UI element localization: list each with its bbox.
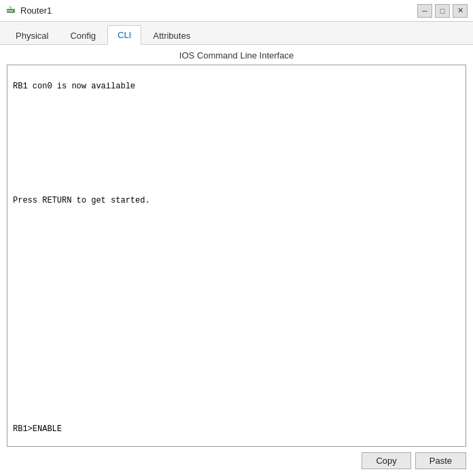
window-title: Router1 — [20, 5, 52, 16]
tabs-bar: Physical Config CLI Attributes — [0, 22, 473, 45]
cli-line — [13, 332, 460, 343]
main-content: IOS Command Line Interface RB1 con0 is n… — [0, 45, 473, 476]
tab-physical[interactable]: Physical — [5, 26, 58, 45]
cli-line: RB1 con0 is now available — [13, 81, 460, 92]
cli-line — [13, 241, 460, 252]
cli-line: Press RETURN to get started. — [13, 195, 460, 207]
close-button[interactable]: ✕ — [453, 4, 468, 18]
cli-line — [13, 172, 460, 184]
window-controls: ─ □ ✕ — [417, 4, 468, 18]
section-title: IOS Command Line Interface — [7, 50, 466, 61]
minimize-button[interactable]: ─ — [417, 4, 432, 18]
cli-line — [13, 150, 460, 161]
tab-config[interactable]: Config — [60, 26, 106, 45]
bottom-row: Copy Paste — [7, 451, 466, 471]
svg-point-3 — [12, 10, 13, 12]
cli-line — [13, 355, 460, 367]
cli-line — [13, 378, 460, 390]
tab-cli[interactable]: CLI — [107, 25, 141, 45]
cli-terminal[interactable]: RB1 con0 is now available Press RETURN t… — [7, 65, 466, 446]
router-icon — [5, 5, 16, 16]
cli-line — [13, 286, 460, 298]
paste-button[interactable]: Paste — [415, 452, 466, 469]
svg-point-1 — [7, 10, 9, 12]
cli-line — [13, 103, 460, 115]
cli-line — [13, 309, 460, 321]
cli-outer: RB1 con0 is now available Press RETURN t… — [7, 65, 466, 447]
maximize-button[interactable]: □ — [435, 4, 450, 18]
cli-line — [13, 264, 460, 275]
cli-line: RB1>ENABLE — [13, 424, 460, 435]
cli-line — [13, 126, 460, 138]
copy-button[interactable]: Copy — [362, 452, 410, 469]
svg-point-2 — [10, 10, 11, 12]
title-bar: Router1 ─ □ ✕ — [0, 0, 473, 22]
title-bar-left: Router1 — [5, 5, 52, 16]
tab-attributes[interactable]: Attributes — [143, 26, 200, 45]
cli-line — [13, 401, 460, 412]
cli-line — [13, 218, 460, 229]
